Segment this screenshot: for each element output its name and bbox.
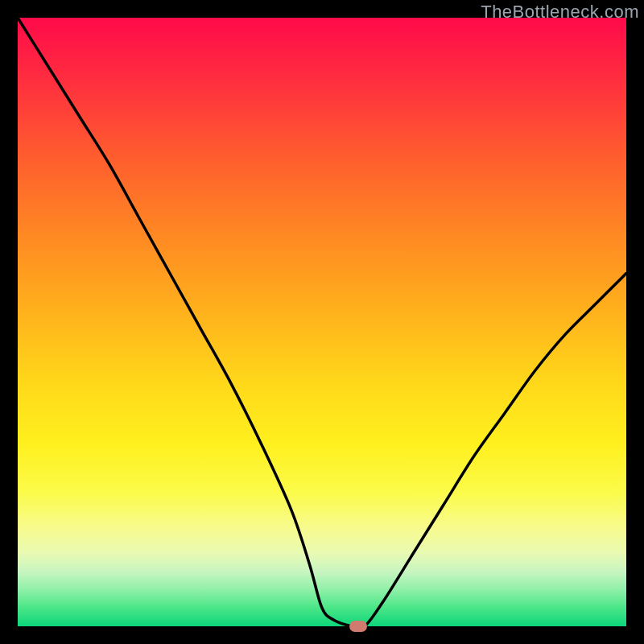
plot-area bbox=[18, 18, 626, 626]
bottleneck-curve bbox=[18, 18, 626, 626]
watermark-label: TheBottleneck.com bbox=[481, 2, 639, 23]
chart-frame: TheBottleneck.com bbox=[0, 0, 644, 644]
optimal-point-marker bbox=[349, 621, 367, 632]
